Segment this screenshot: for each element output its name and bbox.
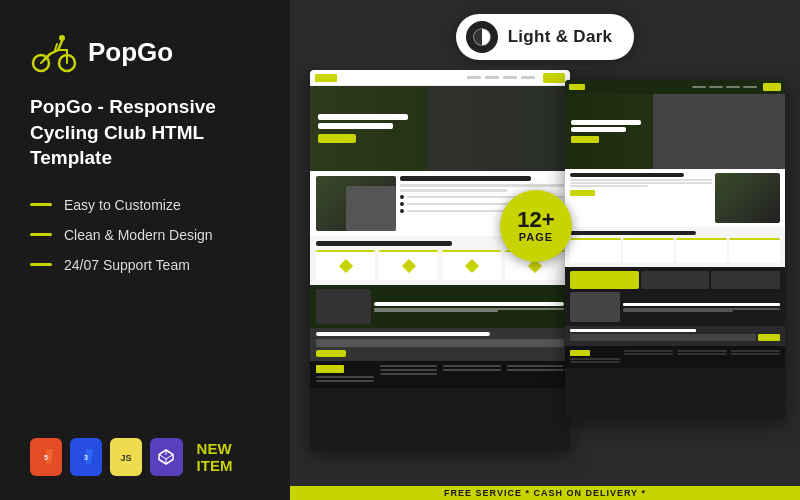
dash-icon-2 (30, 233, 52, 236)
ticker-text: FREE SERVICE * CASH ON DELIVERY * (444, 488, 646, 498)
ps-hero (565, 94, 785, 169)
pm-fac-card-1 (316, 250, 375, 280)
ps-right-card-1 (570, 238, 621, 263)
pm-footer-line-2 (316, 380, 374, 382)
ps-hero-img (653, 94, 785, 169)
feature-label-1: Easy to Customize (64, 197, 181, 213)
logo-icon (30, 28, 78, 76)
pm-fac-card-3 (442, 250, 501, 280)
light-dark-label: Light & Dark (508, 27, 613, 47)
codepen-icon (156, 447, 176, 467)
ps-section (565, 169, 785, 227)
ps-right-cards (570, 238, 780, 263)
pm-nav-link-3 (503, 76, 517, 79)
features-list: Easy to Customize Clean & Modern Design … (30, 197, 260, 273)
ticker-bar: FREE SERVICE * CASH ON DELIVERY * (290, 486, 800, 500)
pm-hero-btn (318, 134, 356, 143)
ps-sec-title (570, 173, 684, 177)
ps-logo (569, 84, 585, 90)
svg-text:5: 5 (44, 454, 48, 461)
pm-footer-col4-line-2 (507, 369, 565, 371)
pm-fac-title (316, 241, 452, 246)
pm-ds-sub-line-2 (374, 310, 498, 312)
ps-right-card-3 (676, 238, 727, 263)
ps-footer-col2-line-1 (624, 350, 674, 352)
pm-fc-dot-3 (400, 209, 404, 213)
pm-ds-title-line (374, 302, 564, 306)
ps-ds-strips (570, 271, 780, 289)
pm-newsletter-section (310, 328, 570, 361)
ps-footer-line-2 (570, 361, 620, 363)
pm-feature-cyclist (346, 186, 396, 231)
ps-ds-strip-1 (570, 271, 639, 289)
ps-nav (565, 80, 785, 94)
ps-footer-col-2 (624, 350, 674, 364)
pm-fac-card-2 (379, 250, 438, 280)
top-bar: Light & Dark (290, 0, 800, 70)
ps-footer-line-1 (570, 358, 620, 360)
pm-fc-title (400, 176, 531, 181)
ps-footer-col-3 (677, 350, 727, 364)
ps-ds-strip-3 (711, 271, 780, 289)
pm-footer (310, 361, 570, 388)
ps-ds-content-row (570, 292, 780, 322)
badge-css3: 3 (70, 438, 102, 476)
logo-row: PopGo (30, 28, 260, 76)
page-count-badge: 12+ PAGE (500, 190, 572, 262)
ps-newsletter (565, 326, 785, 346)
ps-ds-sub-line-2 (623, 310, 733, 312)
pm-ds-image (316, 289, 371, 324)
pm-hero (310, 86, 570, 171)
ps-sec-sub-2 (570, 182, 712, 184)
ps-nav-item-4 (743, 86, 757, 88)
preview-side (565, 80, 785, 420)
feature-item-2: Clean & Modern Design (30, 227, 260, 243)
product-title: PopGo - Responsive Cycling Club HTML Tem… (30, 94, 260, 171)
ps-sec-img (715, 173, 780, 223)
pm-cta-btn (543, 73, 565, 83)
ps-ds-img (570, 292, 620, 322)
half-circle-icon (472, 27, 492, 47)
ps-ds-title-line (623, 303, 780, 306)
pm-fc-sub-2 (400, 189, 507, 192)
ps-footer-col3-line-2 (677, 353, 727, 355)
ps-nav-item-1 (692, 86, 706, 88)
ps-right-card-2 (623, 238, 674, 263)
toggle-circle-icon (466, 21, 498, 53)
pm-nl-btn (316, 350, 346, 357)
badge-html5: 5 (30, 438, 62, 476)
ps-sec-text (570, 173, 712, 223)
ps-footer-col-1 (570, 350, 620, 364)
ps-nl-title (570, 329, 696, 332)
dash-icon-3 (30, 263, 52, 266)
feature-item-1: Easy to Customize (30, 197, 260, 213)
pm-nav-link-1 (467, 76, 481, 79)
pm-footer-col2-line-3 (380, 373, 438, 375)
right-panel: Light & Dark (290, 0, 800, 500)
pm-logo-sm (315, 74, 337, 82)
pm-footer-col-1 (316, 365, 374, 384)
ps-hero-btn (571, 136, 599, 143)
svg-text:3: 3 (84, 454, 88, 461)
badge-codepen (150, 438, 182, 476)
pm-nav (310, 70, 570, 86)
ps-footer (565, 346, 785, 368)
dash-icon-1 (30, 203, 52, 206)
pm-hero-text (318, 114, 408, 143)
pm-footer-col3-line-1 (443, 365, 501, 367)
light-dark-toggle[interactable]: Light & Dark (456, 14, 635, 60)
ps-footer-col3-line-1 (677, 350, 727, 352)
pm-footer-col2-line-1 (380, 365, 438, 367)
logo-text: PopGo (88, 37, 173, 68)
pm-footer-col-2 (380, 365, 438, 384)
ps-footer-col-4 (731, 350, 781, 364)
ps-nl-btn (758, 334, 780, 341)
ps-nl-input-row (570, 334, 780, 341)
new-item-label: NEW ITEM (197, 440, 260, 474)
ps-ds-text-block (623, 303, 780, 312)
ps-nav-item-2 (709, 86, 723, 88)
pm-hero-title-1 (318, 114, 408, 120)
pm-footer-col4-line-1 (507, 365, 565, 367)
ps-nl-input (570, 334, 756, 341)
pm-nav-link-4 (521, 76, 535, 79)
